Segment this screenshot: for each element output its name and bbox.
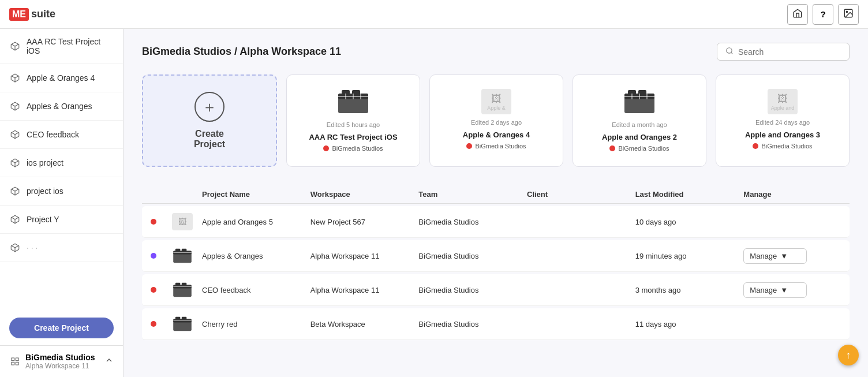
up-arrow-icon: ↑ [846,349,851,361]
sidebar-footer: BiGmedia Studios Alpha Workspace 11 [0,345,123,377]
table-row: 🖼 Apple and Oranges 5 New Project 567 Bi… [142,206,850,238]
col-project-name: Project Name [200,190,308,199]
workspace-text: BiGmedia Studios Alpha Workspace 11 [21,353,104,370]
row-workspace: Alpha Workspace 11 [308,286,417,294]
svg-rect-40 [182,283,187,286]
row-team: BiGmedia Studios [416,320,525,329]
svg-rect-34 [175,249,181,252]
manage-dropdown[interactable]: Manage ▼ [743,248,807,264]
workspace-info [9,356,21,367]
sidebar: AAA RC Test Project iOS Apple & Oranges … [0,29,124,377]
search-box[interactable] [717,43,850,61]
logo-suite: suite [31,8,55,20]
breadcrumb: BiGmedia Studios / Alpha Workspace 11 [142,46,341,58]
row-team: BiGmedia Studios [416,286,525,294]
cube-icon [9,157,21,169]
manage-label: Manage [750,252,777,260]
team-name: BiGmedia Studios [332,145,383,152]
card-title: Apple and Oranges 3 [745,130,820,139]
sidebar-item-more[interactable]: · · · [0,234,123,262]
team-dot [753,143,758,149]
project-card-apple-2[interactable]: Edited a month ago Apple and Oranges 2 B… [573,74,706,167]
cards-row: ＋ CreateProject Ed [142,74,850,167]
search-input[interactable] [738,47,841,57]
card-thumbnail: 🖼 Apple & [481,89,511,114]
broken-image: 🖼 Apple & [481,89,511,114]
row-manage[interactable]: Manage ▼ [741,282,850,298]
cube-icon [9,185,21,197]
svg-point-14 [727,48,732,53]
row-last-modified: 11 days ago [633,320,742,329]
card-thumbnail: 🖼 Apple and [768,89,798,114]
svg-rect-11 [16,358,18,361]
plus-icon: ＋ [194,92,225,122]
workspace-subtitle: Alpha Workspace 11 [25,362,104,370]
sidebar-item-label: Project Y [27,215,59,224]
broken-image: 🖼 [172,213,193,230]
row-manage[interactable]: Manage ▼ [741,248,850,264]
broken-image: 🖼 Apple and [768,89,798,114]
image-button[interactable] [838,4,859,25]
row-project-name: Apples & Oranges [200,252,308,260]
card-title: Apple and Oranges 2 [602,133,677,141]
row-status-dot [142,321,165,327]
project-card-apple-4[interactable]: 🖼 Apple & Edited 2 days ago Apple & Oran… [429,74,563,167]
col-thumb [165,190,200,199]
card-edited: Edited 2 days ago [471,119,522,126]
projects-table: Project Name Workspace Team Client Last … [142,185,850,340]
card-team: BiGmedia Studios [323,145,383,152]
sidebar-item-label: AAA RC Test Project iOS [27,37,114,55]
sidebar-item-ceo-feedback[interactable]: CEO feedback [0,121,123,149]
svg-rect-13 [12,362,14,365]
manage-label: Manage [750,286,777,294]
row-thumbnail [165,247,200,264]
chevron-down-icon: ▼ [780,252,800,260]
topbar: ME suite ? [0,0,868,29]
team-name: BiGmedia Studios [475,143,526,150]
content-header: BiGmedia Studios / Alpha Workspace 11 [142,43,850,61]
cube-icon [9,100,21,112]
card-edited: Edited 5 hours ago [327,121,380,128]
project-card-aaa-rc[interactable]: Edited 5 hours ago AAA RC Test Project i… [286,74,420,167]
create-project-sidebar-button[interactable]: Create Project [9,318,114,338]
cube-icon [9,129,21,140]
sidebar-item-project-y[interactable]: Project Y [0,206,123,234]
home-button[interactable] [787,4,808,25]
row-thumbnail: 🖼 [165,213,200,230]
row-status-dot [142,287,165,293]
svg-rect-12 [16,362,18,365]
sidebar-item-aaa-rc[interactable]: AAA RC Test Project iOS [0,29,123,64]
project-card-apple-3[interactable]: 🖼 Apple and Edited 24 days ago Apple and… [716,74,850,167]
sidebar-item-apples-oranges[interactable]: Apples & Oranges [0,92,123,121]
table-row: Cherry red Beta Workspace BiGmedia Studi… [142,308,850,340]
status-dot [151,219,156,225]
card-team: BiGmedia Studios [609,145,669,152]
status-dot [151,253,156,259]
expand-workspace-button[interactable] [104,356,114,367]
row-workspace: Beta Workspace [308,320,417,329]
col-team: Team [416,190,525,199]
sidebar-item-label: CEO feedback [27,130,79,139]
row-project-name: CEO feedback [200,286,308,294]
help-button[interactable]: ? [813,4,833,25]
manage-dropdown[interactable]: Manage ▼ [743,282,807,298]
sidebar-item-label: Apple & Oranges 4 [27,73,95,83]
card-team: BiGmedia Studios [466,143,526,150]
sidebar-item-apple-oranges-4[interactable]: Apple & Oranges 4 [0,64,123,92]
col-manage: Manage [741,190,850,199]
row-workspace: New Project 567 [308,218,417,226]
card-title: Apple & Oranges 4 [463,130,530,139]
row-project-name: Apple and Oranges 5 [200,218,308,226]
col-client: Client [525,190,633,199]
create-project-card[interactable]: ＋ CreateProject [142,74,277,167]
row-last-modified: 19 minutes ago [633,252,742,260]
logo-me: ME [9,8,29,21]
scroll-to-top-button[interactable]: ↑ [838,345,859,365]
card-team: BiGmedia Studios [753,143,812,150]
table-row: CEO feedback Alpha Workspace 11 BiGmedia… [142,274,850,306]
help-icon: ? [820,9,825,19]
home-icon [792,8,803,21]
sidebar-item-project-ios[interactable]: project ios [0,177,123,206]
sidebar-item-ios-project[interactable]: ios project [0,149,123,177]
row-workspace: Alpha Workspace 11 [308,252,417,260]
